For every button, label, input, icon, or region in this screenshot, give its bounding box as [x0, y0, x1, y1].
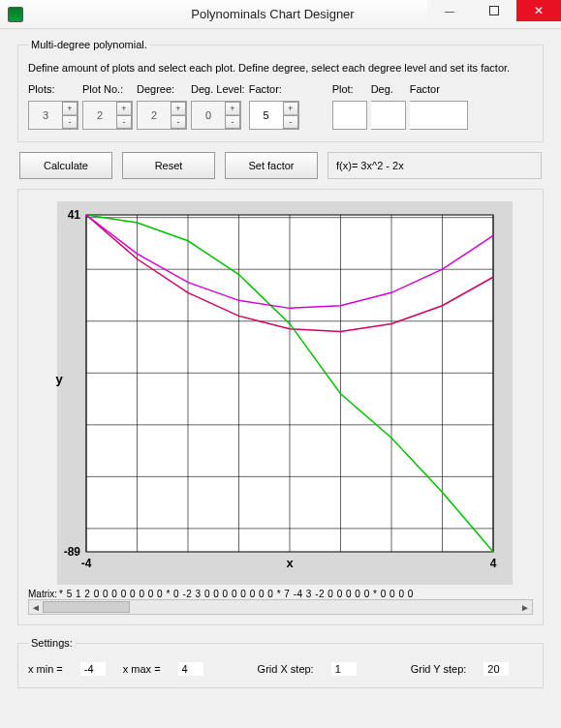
xmin-label: x min =: [28, 663, 63, 675]
factor-down[interactable]: -: [283, 115, 298, 129]
svg-text:-89: -89: [64, 545, 81, 559]
settings-group: Settings: x min = -4 x max = 4 Grid X st…: [17, 637, 544, 688]
deg-label: Deg.: [371, 83, 406, 97]
degree-spinner[interactable]: 2 + -: [137, 101, 187, 130]
deglevel-spinner[interactable]: 0 + -: [191, 101, 241, 130]
settings-row: x min = -4 x max = 4 Grid X step: 1 Grid…: [28, 656, 533, 676]
plots-up[interactable]: +: [62, 102, 78, 115]
xmax-label: x max =: [123, 663, 161, 675]
deglevel-label: Deg. Level:: [191, 83, 245, 97]
plots-spinner[interactable]: 3 + -: [28, 101, 78, 130]
calculate-button[interactable]: Calculate: [19, 152, 112, 179]
settings-legend: Settings:: [28, 637, 76, 649]
matrix-row: Matrix: * 5 1 2 0 0 0 0 0 0 0 0 * 0 -2 3…: [28, 589, 533, 599]
plotno-label: Plot No.:: [82, 83, 133, 97]
degree-up[interactable]: +: [171, 102, 186, 115]
matrix-scrollbar[interactable]: ◄ ►: [28, 599, 533, 615]
svg-text:41: 41: [68, 208, 81, 222]
degree-value: 2: [138, 102, 171, 129]
poly-group: Multi-degree polynomial. Define amount o…: [17, 39, 544, 142]
svg-text:-4: -4: [81, 557, 92, 570]
plotno-value: 2: [83, 102, 116, 129]
svg-text:x: x: [286, 556, 294, 570]
window-buttons: — ✕: [427, 0, 561, 21]
factor2-field[interactable]: [410, 101, 468, 130]
scroll-right-icon[interactable]: ►: [518, 602, 532, 613]
deglevel-up[interactable]: +: [225, 102, 240, 115]
chart-group: 41-89-44yx Matrix: * 5 1 2 0 0 0 0 0 0 0…: [17, 189, 544, 625]
factor2-label: Factor: [410, 83, 468, 97]
gridx-label: Grid X step:: [258, 663, 314, 675]
plot-field[interactable]: [332, 101, 367, 130]
fx-display: f(x)= 3x^2 - 2x: [327, 152, 542, 179]
gridy-value[interactable]: 20: [483, 662, 509, 676]
deglevel-value: 0: [192, 102, 225, 129]
deglevel-down[interactable]: -: [225, 115, 240, 129]
setfactor-button[interactable]: Set factor: [225, 152, 318, 179]
titlebar: Polynominals Chart Designer — ✕: [0, 0, 561, 29]
plots-value: 3: [29, 102, 62, 129]
reset-button[interactable]: Reset: [122, 152, 215, 179]
gridy-label: Grid Y step:: [411, 663, 467, 675]
deg-field[interactable]: [371, 101, 406, 130]
button-row: Calculate Reset Set factor f(x)= 3x^2 - …: [17, 152, 544, 179]
scroll-left-icon[interactable]: ◄: [29, 602, 43, 613]
chart-canvas: 41-89-44yx: [28, 199, 513, 587]
maximize-button[interactable]: [472, 0, 516, 21]
client-area: Multi-degree polynomial. Define amount o…: [0, 29, 561, 728]
svg-text:y: y: [55, 372, 63, 386]
scroll-thumb[interactable]: [43, 601, 130, 613]
degree-down[interactable]: -: [171, 115, 186, 129]
factor-value: 5: [250, 102, 283, 129]
svg-text:4: 4: [490, 557, 497, 570]
xmax-value[interactable]: 4: [178, 662, 203, 676]
close-button[interactable]: ✕: [516, 0, 561, 21]
plotno-spinner[interactable]: 2 + -: [82, 101, 133, 130]
matrix-text: * 5 1 2 0 0 0 0 0 0 0 0 * 0 -2 3 0 0 0 0…: [59, 589, 533, 599]
matrix-label: Matrix:: [28, 589, 57, 599]
svg-rect-0: [490, 7, 499, 15]
plots-label: Plots:: [28, 83, 78, 97]
chart-stage: 41-89-44yx: [28, 199, 533, 587]
spinner-row: Plots: 3 + - Plot No.: 2 + -: [28, 83, 533, 130]
degree-label: Degree:: [137, 83, 187, 97]
plot-label: Plot:: [332, 83, 367, 97]
factor-up[interactable]: +: [283, 102, 298, 115]
factor-spinner[interactable]: 5 + -: [249, 101, 299, 130]
xmin-value[interactable]: -4: [80, 662, 106, 676]
minimize-button[interactable]: —: [427, 0, 472, 21]
plotno-up[interactable]: +: [116, 102, 132, 115]
gridx-value[interactable]: 1: [331, 662, 357, 676]
factor-label: Factor:: [249, 83, 299, 97]
poly-legend: Multi-degree polynomial.: [28, 39, 150, 50]
plotno-down[interactable]: -: [116, 115, 132, 129]
poly-help: Define amount of plots and select each p…: [28, 62, 533, 74]
plots-down[interactable]: -: [62, 115, 78, 129]
